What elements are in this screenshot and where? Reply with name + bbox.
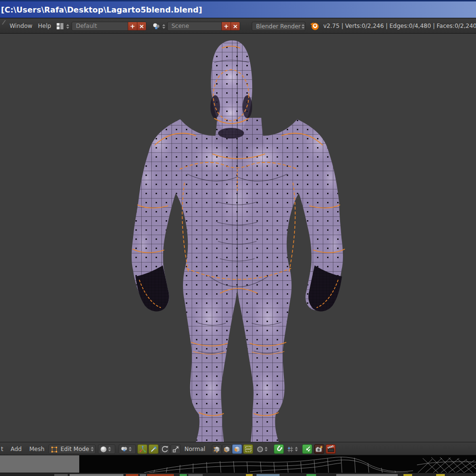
- menu-mesh[interactable]: Mesh: [29, 446, 45, 452]
- mode-value: Edit Mode: [61, 446, 90, 452]
- editor-type-icon-fragment: [0, 20, 6, 25]
- close-icon: ×: [233, 23, 238, 30]
- edge-select-mode-button[interactable]: [222, 444, 232, 454]
- layout-add-button[interactable]: +: [128, 22, 137, 30]
- viewport-shading-select[interactable]: [98, 444, 115, 454]
- snap-increment-icon: [287, 446, 294, 453]
- window-title: [C:\Users\Rafa\Desktop\Lagarto5blend.ble…: [0, 5, 202, 14]
- render-engine-value: Blender Render: [256, 23, 301, 30]
- scale-manipulator-button[interactable]: [171, 444, 181, 454]
- layout-delete-button[interactable]: ×: [137, 22, 146, 30]
- limit-selection-visible-icon: [244, 445, 252, 453]
- engine-select-arrows: [302, 24, 305, 29]
- bottom-editor-strip[interactable]: [0, 455, 476, 473]
- magnet-icon: [275, 445, 283, 453]
- bottom-wireframe: [0, 455, 476, 473]
- manipulator-axes-icon: [139, 445, 146, 453]
- window-titlebar[interactable]: [C:\Users\Rafa\Desktop\Lagarto5blend.ble…: [0, 0, 476, 18]
- blender-window: [C:\Users\Rafa\Desktop\Lagarto5blend.ble…: [0, 0, 476, 476]
- face-select-icon: [233, 446, 241, 453]
- translate-arrow-icon: [150, 445, 158, 453]
- manipulator-toggle-button[interactable]: [137, 444, 147, 454]
- opengl-render-button[interactable]: [314, 444, 324, 454]
- plus-icon: +: [130, 23, 135, 30]
- shading-solid-icon: [100, 446, 107, 453]
- viewport-header: t Add Mesh Edit Mode: [0, 442, 476, 455]
- blender-logo: [309, 21, 320, 33]
- clipped-header-sliver: [0, 473, 476, 476]
- scene-statistics: v2.75 | Verts:0/2,246 | Edges:0/4,480 | …: [323, 23, 476, 29]
- scene-delete-button[interactable]: ×: [231, 22, 240, 30]
- menu-select-clipped[interactable]: t: [1, 446, 3, 452]
- clapperboard-icon: [327, 445, 335, 453]
- scene-name-value: Scene: [168, 22, 221, 30]
- pivot-median-icon: [121, 446, 128, 453]
- layout-name-field[interactable]: Default + ×: [72, 22, 146, 31]
- occlude-geometry-button[interactable]: [243, 444, 253, 454]
- camera-icon: [315, 445, 323, 453]
- proportional-edit-icon: [256, 446, 264, 453]
- edit-mode-icon: [50, 445, 58, 453]
- menu-add[interactable]: Add: [11, 446, 22, 452]
- info-header: Window Help Default + × Scene +: [0, 18, 476, 34]
- edge-select-icon: [223, 446, 231, 453]
- screen-layout-button[interactable]: [56, 22, 69, 31]
- snap-toggle-button[interactable]: [274, 444, 284, 454]
- orientation-value: Normal: [184, 446, 212, 452]
- menu-help[interactable]: Help: [38, 23, 51, 29]
- mode-select-arrows: [91, 447, 94, 451]
- scene-name-field[interactable]: Scene + ×: [167, 22, 240, 31]
- proportional-edit-select[interactable]: [255, 444, 270, 454]
- mesh-wireframe: [120, 34, 355, 442]
- rotate-manipulator-button[interactable]: [159, 444, 170, 454]
- shading-select-arrows: [108, 447, 111, 451]
- vertex-select-icon: [213, 446, 220, 453]
- menu-window[interactable]: Window: [10, 23, 32, 29]
- snap-element-arrows: [295, 447, 298, 451]
- scale-icon: [172, 445, 180, 453]
- mesh-figure: [0, 34, 476, 442]
- snap-align-button[interactable]: [302, 444, 312, 454]
- rotate-arc-icon: [161, 445, 169, 453]
- scene-icon: [152, 23, 160, 30]
- viewport-3d[interactable]: [0, 34, 476, 442]
- scene-add-button[interactable]: +: [221, 22, 231, 30]
- close-icon: ×: [139, 23, 145, 30]
- face-select-mode-button[interactable]: [232, 444, 242, 454]
- opengl-render-anim-button[interactable]: [326, 444, 336, 454]
- layout-name-value: Default: [72, 22, 128, 30]
- snap-element-select[interactable]: [285, 444, 300, 454]
- pivot-point-select[interactable]: [119, 444, 136, 454]
- layout-stepper-arrows[interactable]: [66, 24, 69, 29]
- proportional-select-arrows: [265, 447, 268, 451]
- plus-icon: +: [224, 23, 229, 30]
- render-engine-select[interactable]: Blender Render: [252, 22, 305, 31]
- scene-browse-button[interactable]: [152, 22, 165, 31]
- screen-layout-icon: [56, 23, 64, 30]
- mode-select[interactable]: Edit Mode: [49, 444, 96, 454]
- vertex-select-mode-button[interactable]: [212, 444, 222, 454]
- translate-manipulator-button[interactable]: [148, 444, 159, 454]
- pivot-select-arrows: [129, 447, 132, 451]
- scene-stepper-arrows[interactable]: [162, 24, 165, 29]
- converge-arrows-icon: [304, 445, 311, 453]
